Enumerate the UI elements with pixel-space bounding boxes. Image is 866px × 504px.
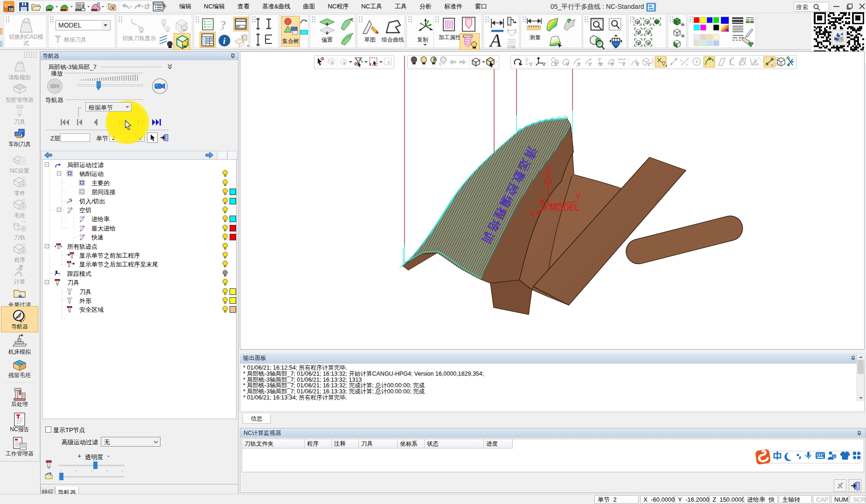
svg-text:MODEL: MODEL (550, 203, 580, 212)
svg-text:?: ? (220, 18, 226, 31)
svg-text:MM: MM (60, 8, 67, 12)
svg-text:x: x (771, 63, 773, 67)
svg-text:Z: Z (545, 165, 550, 174)
svg-text:MM: MM (75, 8, 82, 12)
svg-text:MM: MM (91, 8, 98, 12)
svg-text:z: z (509, 22, 510, 25)
svg-text:MM: MM (46, 8, 52, 12)
svg-text:32: 32 (832, 455, 836, 458)
svg-text:X: X (530, 209, 535, 218)
svg-text:16: 16 (9, 7, 14, 12)
svg-text:Y: Y (575, 192, 580, 201)
svg-text:i: i (223, 36, 226, 46)
